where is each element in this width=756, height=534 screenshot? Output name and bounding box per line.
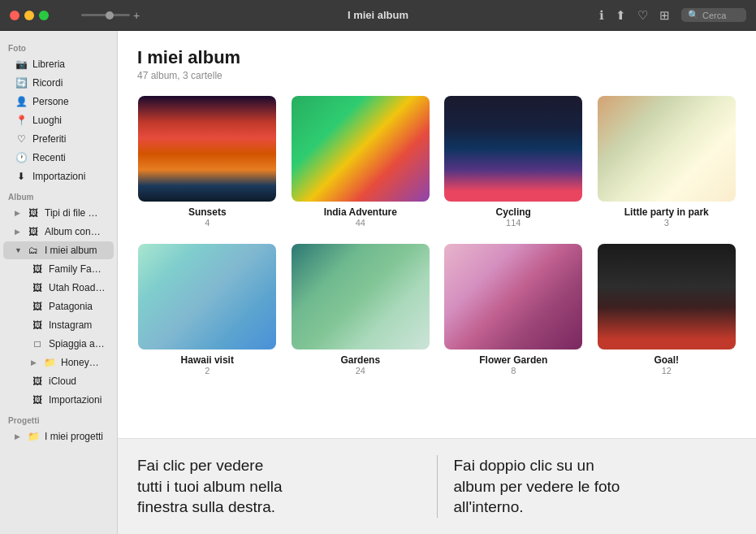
album-thumb-sunsets	[138, 96, 276, 202]
close-button[interactable]	[10, 11, 19, 20]
album-name-party: Little party in park	[624, 206, 709, 218]
main-area: Foto 📷 Libreria 🔄 Ricordi 👤 Persone 📍 Lu…	[0, 31, 756, 534]
album-count-goal: 12	[662, 366, 672, 376]
add-icon[interactable]: ⊞	[659, 8, 670, 23]
sidebar-label-instagram: Instagram	[49, 319, 106, 331]
album-item-hawaii[interactable]: Hawaii visit 2	[137, 244, 278, 376]
annotation-area: Fai clic per vederetutti i tuoi album ne…	[118, 438, 756, 534]
search-box[interactable]: 🔍 Cerca	[681, 8, 746, 22]
sidebar-item-miei-album[interactable]: ▼ 🗂 I miei album	[3, 241, 114, 259]
album-count-sunsets: 4	[205, 218, 210, 228]
album-thumb-goal	[598, 244, 736, 349]
shared-albums-icon: 🖼	[27, 225, 40, 238]
album-thumb-gardens	[292, 244, 430, 349]
annotation-right-text: Fai doppio clic su unalbum per vedere le…	[454, 455, 737, 518]
annotation-left: Fai clic per vederetutti i tuoi album ne…	[137, 455, 438, 518]
album-item-flower[interactable]: Flower Garden 8	[443, 244, 584, 376]
fullscreen-button[interactable]	[39, 11, 49, 20]
zoom-slider[interactable]	[81, 14, 130, 16]
sidebar-item-ricordi[interactable]: 🔄 Ricordi	[3, 74, 114, 92]
album-name-cycling: Cycling	[496, 206, 531, 218]
album-name-sunsets: Sunsets	[188, 206, 227, 218]
album-count-hawaii: 2	[205, 366, 210, 376]
people-icon: 👤	[15, 95, 28, 108]
favorites-icon: ♡	[15, 132, 28, 145]
titlebar-controls: ℹ ⬆ ♡ ⊞ 🔍 Cerca	[599, 8, 746, 23]
sidebar-section-album: Album	[0, 186, 117, 203]
sidebar-item-preferiti[interactable]: ♡ Preferiti	[3, 130, 114, 148]
album-item-gardens[interactable]: Gardens 24	[291, 244, 431, 376]
titlebar-center: I miei album	[348, 9, 408, 21]
album-name-flower: Flower Garden	[479, 354, 547, 366]
patagonia-album-icon: 🖼	[31, 300, 44, 313]
annotation-left-text: Fai clic per vederetutti i tuoi album ne…	[137, 455, 421, 518]
sidebar-label-recenti: Recenti	[32, 152, 106, 163]
info-icon[interactable]: ℹ	[599, 8, 604, 23]
sidebar-item-libreria[interactable]: 📷 Libreria	[3, 55, 114, 73]
sidebar-item-miei-progetti[interactable]: ▶ 📁 I miei progetti	[3, 428, 114, 445]
import-icon: ⬇	[15, 170, 28, 183]
recent-icon: 🕐	[15, 151, 28, 164]
sidebar-item-album-condivisi[interactable]: ▶ 🖼 Album condivisi	[3, 223, 114, 241]
sidebar: Foto 📷 Libreria 🔄 Ricordi 👤 Persone 📍 Lu…	[0, 31, 118, 534]
album-item-goal[interactable]: Goal! 12	[597, 244, 737, 376]
share-icon[interactable]: ⬆	[616, 8, 626, 23]
album-count-india: 44	[356, 218, 365, 228]
progetti-chevron-icon: ▶	[15, 432, 20, 441]
sidebar-item-icloud[interactable]: 🖼 iCloud	[3, 372, 114, 390]
album-name-goal: Goal!	[654, 354, 679, 366]
content-subtitle: 47 album, 3 cartelle	[137, 70, 737, 81]
sidebar-item-instagram[interactable]: 🖼 Instagram	[3, 316, 114, 334]
album-item-sunsets[interactable]: Sunsets 4	[137, 96, 278, 228]
album-count-party: 3	[664, 218, 669, 228]
album-count-flower: 8	[511, 366, 516, 376]
album-thumb-cycling	[444, 96, 582, 202]
sidebar-item-family[interactable]: 🖼 Family Family...	[3, 260, 114, 278]
projects-icon: 📁	[27, 430, 40, 443]
sidebar-label-importazioni2: Importazioni	[49, 394, 106, 406]
icloud-album-icon: 🖼	[31, 375, 44, 388]
traffic-lights	[10, 11, 49, 20]
content-title: I miei album	[137, 47, 737, 68]
sidebar-label-persone: Persone	[32, 96, 106, 107]
album-thumb-flower	[444, 244, 582, 349]
album-count-gardens: 24	[356, 366, 365, 376]
album-thumb-party	[598, 96, 736, 202]
sidebar-label-honeymoon: Honeymoon	[61, 357, 106, 368]
sidebar-label-tipi-file: Tipi di file multi...	[45, 207, 106, 219]
sidebar-item-patagonia[interactable]: 🖼 Patagonia	[3, 297, 114, 315]
album-name-hawaii: Hawaii visit	[181, 354, 234, 366]
memories-icon: 🔄	[15, 76, 28, 89]
sidebar-item-persone[interactable]: 👤 Persone	[3, 93, 114, 111]
sidebar-label-patagonia: Patagonia	[49, 301, 106, 312]
annotation-right: Fai doppio clic su unalbum per vedere le…	[438, 455, 737, 518]
honeymoon-chevron-icon: ▶	[31, 358, 37, 367]
sidebar-item-honeymoon[interactable]: ▶ 📁 Honeymoon	[3, 354, 114, 371]
album-item-cycling[interactable]: Cycling 114	[443, 96, 584, 228]
importazioni2-album-icon: 🖼	[31, 393, 44, 406]
sidebar-item-tipi-file[interactable]: ▶ 🖼 Tipi di file multi...	[3, 204, 114, 222]
sidebar-label-luoghi: Luoghi	[32, 115, 106, 126]
minimize-button[interactable]	[24, 11, 34, 20]
search-placeholder: Cerca	[702, 11, 726, 20]
sidebar-item-luoghi[interactable]: 📍 Luoghi	[3, 111, 114, 129]
sidebar-label-spiaggia: Spiaggia album	[49, 338, 106, 349]
zoom-plus-icon[interactable]: +	[133, 9, 140, 22]
photo-icon: 📷	[15, 58, 28, 71]
sidebar-item-recenti[interactable]: 🕐 Recenti	[3, 149, 114, 167]
album-name-gardens: Gardens	[340, 354, 380, 366]
chevron-down-icon: ▼	[15, 246, 22, 254]
media-types-icon: 🖼	[27, 206, 40, 219]
sidebar-item-spiaggia[interactable]: □ Spiaggia album	[3, 335, 114, 353]
sidebar-item-importazioni[interactable]: ⬇ Importazioni	[3, 167, 114, 185]
album-count-cycling: 114	[506, 218, 521, 228]
album-thumb-hawaii	[138, 244, 276, 349]
heart-icon[interactable]: ♡	[637, 8, 648, 23]
spiaggia-album-icon: □	[31, 337, 44, 350]
album-item-india[interactable]: India Adventure 44	[291, 96, 431, 228]
album-item-party[interactable]: Little party in park 3	[597, 96, 737, 228]
utah-album-icon: 🖼	[31, 281, 44, 294]
sidebar-item-importazioni2[interactable]: 🖼 Importazioni	[3, 391, 114, 409]
sidebar-item-utah[interactable]: 🖼 Utah Roadtrip	[3, 279, 114, 297]
sidebar-section-progetti: Progetti	[0, 410, 117, 427]
